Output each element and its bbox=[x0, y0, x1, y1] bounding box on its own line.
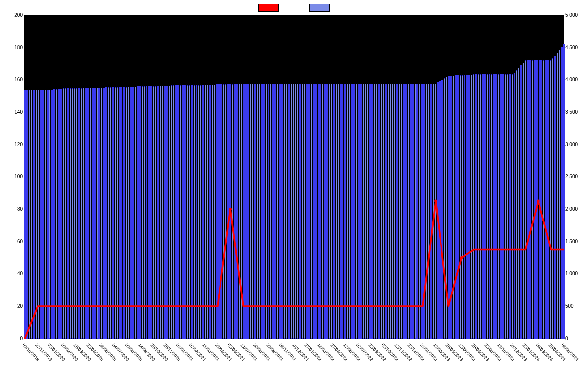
red-marker bbox=[460, 256, 463, 259]
y-left-tick: 0 bbox=[20, 336, 23, 341]
y-right-tick: 0 bbox=[565, 336, 568, 341]
y-right-tick: 500 bbox=[565, 303, 574, 309]
y-left-tick: 100 bbox=[14, 174, 23, 179]
y-right-tick: 4 000 bbox=[565, 77, 578, 82]
y-left-tick: 160 bbox=[14, 77, 23, 82]
red-marker bbox=[434, 200, 437, 203]
y-left-tick: 80 bbox=[17, 206, 23, 212]
plot-area bbox=[24, 15, 564, 339]
x-axis: 09/10/201927/11/201903/01/202009/02/2020… bbox=[24, 338, 564, 392]
red-marker bbox=[229, 208, 232, 211]
legend-swatch-red bbox=[258, 4, 279, 12]
y-right-tick: 1 500 bbox=[565, 239, 578, 244]
y-right-tick: 5 000 bbox=[565, 12, 578, 18]
y-left-tick: 60 bbox=[17, 239, 23, 244]
y-right-tick: 2 000 bbox=[565, 206, 578, 212]
legend bbox=[0, 4, 588, 12]
y-right-tick: 2 500 bbox=[565, 174, 578, 179]
y-axis-right: 05001 0001 5002 0002 5003 0003 5004 0004… bbox=[564, 15, 588, 338]
chart-container: 020406080100120140160180200 05001 0001 5… bbox=[0, 0, 588, 392]
red-line bbox=[25, 201, 564, 339]
y-axis-left: 020406080100120140160180200 bbox=[0, 15, 24, 338]
y-right-tick: 3 000 bbox=[565, 142, 578, 147]
y-right-tick: 1 000 bbox=[565, 271, 578, 276]
legend-swatch-blue bbox=[309, 4, 330, 12]
y-right-tick: 4 500 bbox=[565, 45, 578, 50]
y-left-tick: 20 bbox=[17, 303, 23, 309]
y-left-tick: 40 bbox=[17, 271, 23, 276]
y-left-tick: 180 bbox=[14, 45, 23, 50]
y-left-tick: 120 bbox=[14, 142, 23, 147]
red-marker bbox=[537, 200, 540, 203]
y-left-tick: 140 bbox=[14, 109, 23, 115]
y-right-tick: 3 500 bbox=[565, 109, 578, 115]
y-left-tick: 200 bbox=[14, 12, 23, 18]
line-layer bbox=[25, 15, 564, 339]
